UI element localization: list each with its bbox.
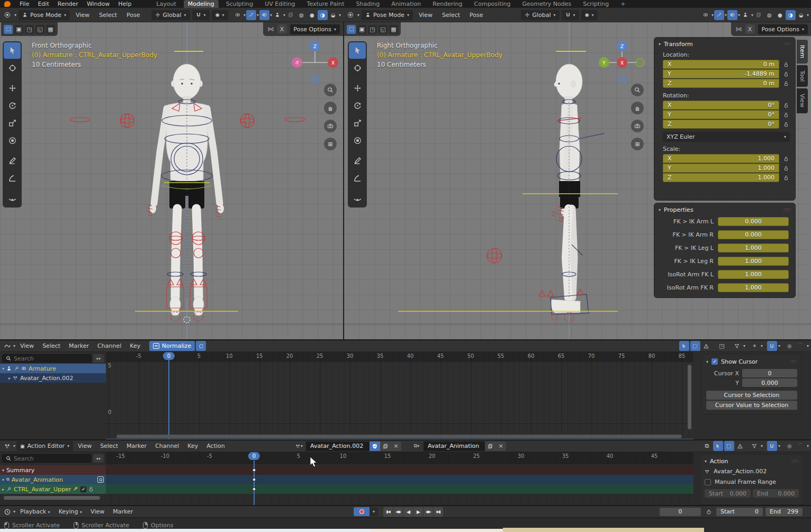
current-frame-field[interactable]: 0: [660, 508, 701, 516]
pin-icon[interactable]: [6, 486, 12, 492]
shading-rendered-button[interactable]: ◒: [328, 10, 338, 20]
pose-options-dropdown[interactable]: Pose Options▾: [758, 24, 808, 34]
action-start-field[interactable]: Start0.000: [705, 489, 751, 498]
filter-chevron[interactable]: ▾: [761, 444, 763, 448]
dope-channel-menu[interactable]: Channel: [151, 443, 183, 449]
prev-keyframe-button[interactable]: ◀◆: [393, 507, 403, 517]
action-name-label[interactable]: Avatar_Action.002: [714, 468, 767, 475]
scale-z-field[interactable]: Z1.000: [663, 173, 779, 182]
location-x-field[interactable]: X0 m: [663, 60, 779, 69]
pin-icon[interactable]: [14, 366, 19, 371]
auto-keyframe-chevron[interactable]: ▾: [370, 507, 378, 516]
curve-chevron[interactable]: ▾: [807, 344, 809, 348]
editor-type-graph-icon[interactable]: [2, 341, 12, 351]
graph-select-menu[interactable]: Select: [39, 342, 64, 349]
lock-icon[interactable]: [782, 173, 790, 182]
select-menu[interactable]: Select: [438, 12, 464, 19]
select-mode-extend[interactable]: ▣: [14, 25, 23, 34]
animation-track[interactable]: [106, 475, 693, 484]
proportional-editing-dropdown[interactable]: ◉▾: [581, 10, 598, 20]
playback-menu[interactable]: Playback ▾: [16, 508, 54, 515]
pose-display-chevron[interactable]: ▾: [751, 13, 753, 17]
isorot-arm-fk-l-slider[interactable]: 1.000: [718, 270, 789, 279]
tool-transform[interactable]: [349, 132, 366, 149]
tool-scale[interactable]: [349, 115, 366, 131]
proportional-edit-icon[interactable]: ⌖: [750, 341, 760, 351]
tool-rotate[interactable]: [349, 97, 366, 114]
x-mirror-butterfly-icon[interactable]: ⋈: [268, 25, 274, 33]
visibility-chevron[interactable]: ▾: [244, 13, 246, 17]
sidebar-tab-view[interactable]: View: [797, 88, 808, 113]
cursor-y-field[interactable]: 0.000: [742, 378, 797, 387]
location-y-field[interactable]: Y-1.4889 m: [663, 69, 779, 78]
pose-options-dropdown[interactable]: Pose Options▾: [290, 24, 340, 34]
new-action-copy-icon[interactable]: [380, 441, 391, 451]
chevron-right-icon[interactable]: ▸: [8, 376, 11, 381]
shading-wireframe-button[interactable]: ◍: [764, 10, 774, 20]
animation-name-field[interactable]: Avatar_Animation: [423, 441, 485, 451]
lock-icon[interactable]: [782, 79, 790, 88]
lock-icon[interactable]: [782, 69, 790, 78]
editor-type-3d-viewport-icon[interactable]: [2, 10, 12, 20]
snapping-dropdown[interactable]: ▾: [192, 10, 210, 20]
tool-measure[interactable]: [349, 170, 366, 186]
fk-ik-leg-l-slider[interactable]: 1.000: [718, 244, 789, 253]
next-keyframe-button[interactable]: ◆▶: [423, 507, 433, 517]
overlays-chevron[interactable]: ▾: [270, 13, 272, 17]
only-errors-icon[interactable]: [735, 441, 745, 451]
mode-dropdown[interactable]: Pose Mode▾: [362, 10, 413, 20]
menu-file[interactable]: File: [16, 1, 33, 7]
timeline-marker-menu[interactable]: Marker: [109, 508, 137, 515]
menu-help[interactable]: Help: [114, 1, 135, 7]
object-visibility-icon[interactable]: [701, 10, 711, 20]
graph-playhead[interactable]: [168, 359, 169, 440]
workspace-tab-animation[interactable]: Animation: [387, 0, 425, 8]
menu-window[interactable]: Window: [83, 1, 113, 7]
dope-ruler[interactable]: -15-10-5051015202530354045: [106, 452, 693, 464]
keyframe-marker[interactable]: [253, 468, 256, 472]
dope-marker-menu[interactable]: Marker: [123, 443, 150, 449]
chevron-down-icon[interactable]: ▾: [2, 477, 4, 482]
graph-key-menu[interactable]: Key: [126, 342, 144, 349]
menu-render[interactable]: Render: [54, 1, 82, 7]
tweak-cursor-icon[interactable]: [713, 441, 723, 451]
shading-solid-button[interactable]: ●: [307, 10, 317, 20]
select-menu[interactable]: Select: [95, 12, 121, 19]
graph-hscrollbar[interactable]: [116, 435, 682, 438]
auto-snap-icon[interactable]: [767, 441, 777, 451]
unlink-animation-icon[interactable]: ×: [495, 441, 506, 451]
pan-hand-icon[interactable]: [324, 102, 337, 114]
box-select-icon[interactable]: [724, 441, 734, 451]
scale-x-field[interactable]: X1.000: [663, 154, 779, 163]
tool-annotate[interactable]: [349, 152, 366, 169]
editor-type-chevron[interactable]: ▾: [13, 344, 15, 348]
transform-orientation-dropdown[interactable]: Global▾: [521, 10, 560, 20]
keyframe-marker[interactable]: [253, 478, 256, 482]
graph-view-menu[interactable]: View: [16, 342, 38, 349]
shading-solid-button[interactable]: ●: [775, 10, 785, 20]
chevron-down-icon[interactable]: ▾: [2, 366, 4, 371]
proportional-edit-icon[interactable]: ◉: [785, 441, 795, 451]
only-errors-icon[interactable]: [701, 341, 711, 351]
lock-icon[interactable]: [782, 101, 790, 110]
zoom-icon[interactable]: [631, 84, 644, 96]
browse-animation-icon[interactable]: ⧉▾: [410, 441, 423, 451]
lock-icon[interactable]: [782, 120, 790, 129]
pose-menu[interactable]: Pose: [466, 12, 486, 19]
normalize-auto-refresh-icon[interactable]: [196, 341, 206, 351]
gizmos-chevron[interactable]: ▾: [725, 13, 727, 17]
wrench-icon[interactable]: [73, 486, 78, 492]
visibility-chevron[interactable]: ▾: [711, 13, 714, 17]
snap-chevron[interactable]: ▾: [778, 444, 780, 448]
frame-end-field[interactable]: End299: [765, 508, 803, 516]
select-mode-subtract[interactable]: ◳: [368, 25, 377, 34]
view-menu[interactable]: View: [72, 12, 93, 19]
graph-marker-menu[interactable]: Marker: [65, 342, 93, 349]
workspace-tab-sculpting[interactable]: Sculpting: [222, 0, 257, 8]
select-mode-invert[interactable]: ◱: [379, 25, 388, 34]
dope-key-menu[interactable]: Key: [184, 443, 202, 449]
tweak-cursor-icon[interactable]: [679, 341, 689, 351]
editor-type-chevron[interactable]: ▾: [13, 509, 15, 514]
graph-frames-area[interactable]: -50510152025303540455055606570758085: [106, 352, 693, 440]
timeline-view-menu[interactable]: View: [87, 508, 108, 515]
